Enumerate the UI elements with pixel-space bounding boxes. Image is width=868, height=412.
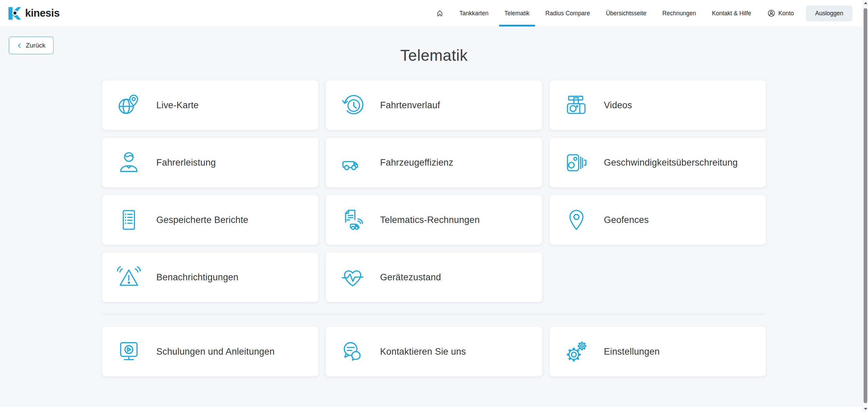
page-bottom-strip bbox=[0, 407, 868, 412]
invoice-van-icon bbox=[341, 208, 364, 232]
home-icon bbox=[436, 10, 443, 17]
card-label: Geofences bbox=[604, 215, 649, 225]
support-card-grid: Schulungen und AnleitungenKontaktieren S… bbox=[102, 327, 766, 376]
nav-item-uebersichtsseite[interactable]: Übersichtsseite bbox=[606, 0, 647, 26]
alert-triangle-icon bbox=[117, 265, 141, 289]
scrollbar[interactable] bbox=[862, 0, 868, 412]
card-gespeicherte-berichte[interactable]: Gespeicherte Berichte bbox=[102, 195, 318, 245]
card-label: Videos bbox=[604, 100, 632, 111]
training-video-icon bbox=[117, 340, 141, 363]
back-button-label: Zurück bbox=[26, 42, 45, 49]
card-label: Fahrzeugeffizienz bbox=[380, 157, 453, 168]
card-label: Live-Karte bbox=[156, 100, 199, 111]
card-geschwindigkeitsuberschreitung[interactable]: Geschwindigkeitsüberschreitung bbox=[550, 138, 766, 187]
brand-name: kinesis bbox=[25, 7, 60, 19]
user-icon bbox=[767, 9, 775, 17]
card-label: Gespeicherte Berichte bbox=[156, 215, 248, 225]
scroll-up-arrow[interactable] bbox=[864, 2, 867, 4]
telematik-card-grid: Live-KarteFahrtenverlaufVideosFahrerleis… bbox=[102, 80, 766, 302]
nav-item-label: Konto bbox=[778, 10, 794, 17]
history-icon bbox=[341, 93, 364, 117]
van-icon bbox=[341, 151, 364, 174]
card-fahrzeugeffizienz[interactable]: Fahrzeugeffizienz bbox=[326, 138, 542, 187]
page-title: Telematik bbox=[0, 26, 868, 64]
chat-bubbles-icon bbox=[341, 340, 364, 363]
card-telematics-rechnungen[interactable]: Telematics-Rechnungen bbox=[326, 195, 542, 245]
nav-item-radius-compare[interactable]: Radius Compare bbox=[546, 0, 590, 26]
gears-icon bbox=[565, 340, 588, 363]
globe-pin-icon bbox=[117, 93, 141, 117]
card-fahrerleistung[interactable]: Fahrerleistung bbox=[102, 138, 318, 187]
nav-item-label: Übersichtsseite bbox=[606, 10, 647, 17]
nav-item-label: Telematik bbox=[505, 10, 530, 17]
speed-camera-icon bbox=[565, 151, 588, 174]
card-geratezustand[interactable]: Gerätezustand bbox=[326, 252, 542, 302]
card-label: Kontaktieren Sie uns bbox=[380, 347, 466, 357]
dashcam-icon bbox=[565, 93, 588, 117]
card-live-karte[interactable]: Live-Karte bbox=[102, 80, 318, 130]
section-divider bbox=[102, 314, 766, 315]
card-label: Gerätezustand bbox=[380, 272, 441, 283]
top-nav-bar: kinesis TankkartenTelematikRadius Compar… bbox=[0, 0, 868, 26]
card-kontaktieren-sie-uns[interactable]: Kontaktieren Sie uns bbox=[326, 327, 542, 376]
card-label: Schulungen und Anleitungen bbox=[156, 347, 275, 357]
back-button[interactable]: Zurück bbox=[9, 37, 54, 54]
nav-item-home[interactable] bbox=[436, 0, 443, 26]
card-label: Einstellungen bbox=[604, 347, 660, 357]
card-benachrichtigungen[interactable]: Benachrichtigungen bbox=[102, 252, 318, 302]
card-label: Geschwindigkeitsüberschreitung bbox=[604, 157, 738, 168]
scrollbar-thumb[interactable] bbox=[864, 8, 867, 403]
nav-item-rechnungen[interactable]: Rechnungen bbox=[663, 0, 696, 26]
nav-item-label: Rechnungen bbox=[663, 10, 696, 17]
nav-item-label: Tankkarten bbox=[459, 10, 489, 17]
card-label: Fahrerleistung bbox=[156, 157, 216, 168]
content-area: Zurück Telematik Live-KarteFahrtenverlau… bbox=[0, 26, 868, 407]
logout-button[interactable]: Ausloggen bbox=[806, 5, 852, 21]
card-einstellungen[interactable]: Einstellungen bbox=[550, 327, 766, 376]
report-icon bbox=[117, 208, 141, 232]
card-fahrtenverlauf[interactable]: Fahrtenverlauf bbox=[326, 80, 542, 130]
nav-item-telematik[interactable]: Telematik bbox=[505, 0, 530, 26]
card-schulungen-und-anleitungen[interactable]: Schulungen und Anleitungen bbox=[102, 327, 318, 376]
chevron-left-icon bbox=[17, 43, 22, 48]
card-videos[interactable]: Videos bbox=[550, 80, 766, 130]
card-geofences[interactable]: Geofences bbox=[550, 195, 766, 245]
nav-item-tankkarten[interactable]: Tankkarten bbox=[459, 0, 489, 26]
nav-item-label: Radius Compare bbox=[546, 10, 590, 17]
card-label: Telematics-Rechnungen bbox=[380, 215, 480, 225]
driver-icon bbox=[117, 151, 141, 174]
scroll-down-arrow[interactable] bbox=[864, 408, 867, 410]
map-pin-icon bbox=[565, 208, 588, 232]
kinesis-logo-icon bbox=[8, 7, 21, 20]
nav-item-kontakt-hilfe[interactable]: Kontakt & Hilfe bbox=[712, 0, 751, 26]
nav-item-konto[interactable]: Konto bbox=[767, 0, 794, 26]
nav-item-label: Kontakt & Hilfe bbox=[712, 10, 751, 17]
card-label: Benachrichtigungen bbox=[156, 272, 238, 283]
brand-logo[interactable]: kinesis bbox=[8, 7, 60, 20]
card-label: Fahrtenverlauf bbox=[380, 100, 440, 111]
primary-nav: TankkartenTelematikRadius CompareÜbersic… bbox=[436, 0, 794, 26]
heart-pulse-icon bbox=[341, 265, 364, 289]
